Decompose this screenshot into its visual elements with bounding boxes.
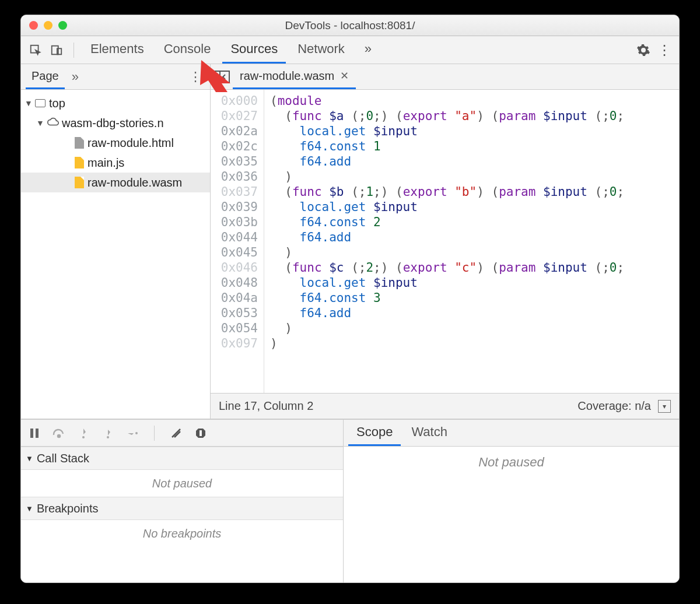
- debugger-toolbar: [21, 420, 343, 447]
- debugger-pane: ▼ Call Stack Not paused ▼ Breakpoints No…: [21, 419, 679, 582]
- pause-icon[interactable]: [27, 426, 42, 441]
- tree-label: raw-module.wasm: [88, 176, 182, 189]
- navigator-kebab-icon[interactable]: ⋮: [186, 69, 205, 85]
- coverage-toggle-icon[interactable]: ▾: [658, 400, 671, 413]
- navigator-tab-page[interactable]: Page: [26, 64, 65, 89]
- cloud-icon: [47, 117, 58, 129]
- svg-point-9: [82, 436, 85, 438]
- step-over-icon[interactable]: [51, 426, 66, 441]
- panel-tabs: Elements Console Sources Network » ⋮: [21, 36, 679, 64]
- sources-panel: Page » ⋮ ▼ top ▼: [21, 64, 679, 582]
- step-icon[interactable]: [125, 426, 140, 441]
- separator: [74, 43, 74, 58]
- tree-label: main.js: [88, 156, 124, 170]
- breakpoints-header[interactable]: ▼ Breakpoints: [21, 497, 343, 520]
- tab-elements[interactable]: Elements: [82, 36, 152, 64]
- svg-rect-6: [30, 429, 33, 438]
- step-into-icon[interactable]: [76, 426, 91, 441]
- file-tab-label: raw-module.wasm: [240, 69, 334, 83]
- callstack-header[interactable]: ▼ Call Stack: [21, 447, 343, 470]
- step-out-icon[interactable]: [100, 426, 116, 441]
- breakpoints-title: Breakpoints: [37, 502, 99, 515]
- gear-icon[interactable]: [635, 41, 652, 59]
- code-content[interactable]: (module (func $a (;0;) (export "a") (par…: [264, 90, 679, 393]
- tab-console[interactable]: Console: [156, 36, 219, 64]
- debugger-left: ▼ Call Stack Not paused ▼ Breakpoints No…: [21, 420, 344, 582]
- toggle-navigator-icon[interactable]: [214, 69, 230, 85]
- navigator-tabs: Page » ⋮: [21, 64, 210, 90]
- tree-file-wasm[interactable]: raw-module.wasm: [21, 173, 210, 192]
- scope-tabs: Scope Watch: [344, 420, 679, 447]
- svg-rect-7: [36, 429, 38, 438]
- editor-tabs: raw-module.wasm ✕: [211, 64, 679, 90]
- cursor-position: Line 17, Column 2: [219, 399, 313, 413]
- svg-point-8: [58, 435, 60, 437]
- file-tab[interactable]: raw-module.wasm ✕: [233, 64, 356, 89]
- breakpoints-body: No breakpoints: [21, 520, 343, 547]
- device-toggle-icon[interactable]: [48, 41, 65, 59]
- debugger-right: Scope Watch Not paused: [344, 420, 679, 582]
- file-tree: ▼ top ▼ wasm-dbg-stories.n raw-module.ht…: [21, 90, 210, 419]
- svg-point-10: [107, 436, 109, 438]
- pause-exceptions-icon[interactable]: [193, 426, 208, 441]
- svg-point-11: [135, 432, 138, 434]
- tree-domain[interactable]: ▼ wasm-dbg-stories.n: [21, 113, 210, 133]
- separator: [154, 426, 155, 441]
- tree-label: wasm-dbg-stories.n: [62, 117, 164, 130]
- svg-rect-14: [200, 430, 202, 436]
- navigator-overflow[interactable]: »: [68, 69, 82, 85]
- code-area[interactable]: 0x0000x0270x02a0x02c0x0350x0360x0370x039…: [211, 90, 679, 393]
- tab-network[interactable]: Network: [289, 36, 353, 64]
- callstack-body: Not paused: [21, 470, 343, 497]
- tree-file-html[interactable]: raw-module.html: [21, 133, 210, 153]
- navigator: Page » ⋮ ▼ top ▼: [21, 64, 211, 419]
- file-icon: [75, 137, 84, 149]
- twisty-icon: ▼: [26, 504, 33, 513]
- twisty-icon: ▼: [36, 118, 43, 128]
- file-icon: [75, 177, 84, 188]
- callstack-title: Call Stack: [37, 452, 89, 465]
- coverage-label: Coverage: n/a: [578, 399, 651, 413]
- editor-status: Line 17, Column 2 Coverage: n/a ▾: [211, 393, 679, 419]
- twisty-icon: ▼: [24, 99, 32, 108]
- deactivate-breakpoints-icon[interactable]: [169, 426, 184, 441]
- frame-icon: [35, 99, 46, 107]
- kebab-icon[interactable]: ⋮: [656, 41, 673, 59]
- tree-frame-top[interactable]: ▼ top: [21, 93, 210, 113]
- inspect-icon[interactable]: [27, 41, 44, 59]
- tabs-overflow[interactable]: »: [356, 36, 380, 64]
- tree-label: top: [49, 97, 65, 110]
- title-bar: DevTools - localhost:8081/: [21, 15, 679, 36]
- scope-body: Not paused: [344, 447, 679, 582]
- twisty-icon: ▼: [26, 454, 33, 463]
- gutter[interactable]: 0x0000x0270x02a0x02c0x0350x0360x0370x039…: [211, 90, 264, 393]
- tab-scope[interactable]: Scope: [348, 420, 401, 446]
- tab-watch[interactable]: Watch: [403, 420, 456, 446]
- close-icon[interactable]: ✕: [340, 69, 349, 82]
- tree-file-js[interactable]: main.js: [21, 153, 210, 173]
- file-icon: [75, 157, 84, 168]
- tree-label: raw-module.html: [88, 136, 174, 150]
- window-title: DevTools - localhost:8081/: [21, 19, 679, 32]
- tab-sources[interactable]: Sources: [222, 36, 286, 64]
- devtools-window: DevTools - localhost:8081/ Elements Cons…: [20, 15, 680, 583]
- editor-pane: raw-module.wasm ✕ 0x0000x0270x02a0x02c0x…: [211, 64, 679, 419]
